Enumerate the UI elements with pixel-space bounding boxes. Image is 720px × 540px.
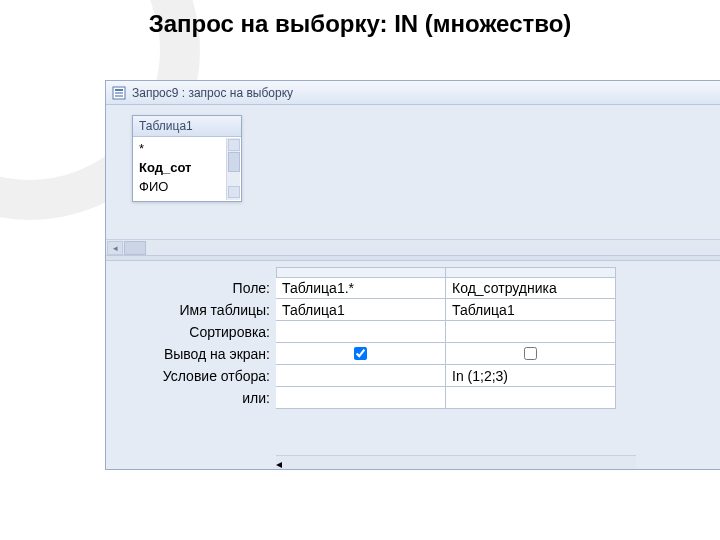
field-list-item[interactable]: * [133, 139, 241, 158]
table-source-header[interactable]: Таблица1 [133, 116, 241, 137]
row-label-table: Имя таблицы: [106, 299, 276, 321]
field-cell[interactable]: Код_сотрудника [446, 277, 616, 299]
scroll-up-icon[interactable] [228, 139, 240, 151]
scroll-left-icon[interactable]: ◂ [107, 241, 123, 255]
design-grid-hscroll[interactable]: ◂ [276, 455, 636, 470]
table-source-box[interactable]: Таблица1 * Код_сот ФИО [132, 115, 242, 202]
or-cell[interactable] [446, 387, 616, 409]
scroll-left-icon[interactable]: ◂ [276, 457, 282, 471]
query-design-window: Запрос9 : запрос на выборку Таблица1 * К… [105, 80, 720, 470]
query-icon [112, 86, 126, 100]
row-label-or: или: [106, 387, 276, 409]
window-title-text: Запрос9 : запрос на выборку [132, 86, 293, 100]
criteria-cell[interactable]: In (1;2;3) [446, 365, 616, 387]
scroll-thumb[interactable] [228, 152, 240, 172]
show-checkbox[interactable] [524, 347, 537, 360]
svg-rect-1 [115, 89, 123, 91]
svg-rect-2 [115, 92, 123, 94]
design-grid-pane: Поле: Таблица1.* Код_сотрудника Имя табл… [106, 261, 720, 470]
column-selector[interactable] [446, 267, 616, 277]
show-checkbox[interactable] [354, 347, 367, 360]
slide-title: Запрос на выборку: IN (множество) [0, 10, 720, 38]
design-grid: Поле: Таблица1.* Код_сотрудника Имя табл… [106, 267, 720, 409]
tables-pane-hscroll[interactable]: ◂ [106, 239, 720, 255]
tables-pane[interactable]: Таблица1 * Код_сот ФИО ◂ [106, 105, 720, 255]
criteria-cell[interactable] [276, 365, 446, 387]
row-label-field: Поле: [106, 277, 276, 299]
sort-cell[interactable] [276, 321, 446, 343]
sort-cell[interactable] [446, 321, 616, 343]
row-label-show: Вывод на экран: [106, 343, 276, 365]
or-cell[interactable] [276, 387, 446, 409]
window-titlebar[interactable]: Запрос9 : запрос на выборку [106, 81, 720, 105]
row-label-sort: Сортировка: [106, 321, 276, 343]
svg-rect-3 [115, 95, 123, 97]
table-cell[interactable]: Таблица1 [276, 299, 446, 321]
field-list-item[interactable]: Код_сот [133, 158, 241, 177]
field-cell[interactable]: Таблица1.* [276, 277, 446, 299]
field-list-scrollbar[interactable] [226, 138, 240, 200]
show-cell[interactable] [446, 343, 616, 365]
table-source-field-list[interactable]: * Код_сот ФИО [133, 137, 241, 201]
field-list-item[interactable]: ФИО [133, 177, 241, 196]
scroll-thumb[interactable] [124, 241, 146, 255]
table-cell[interactable]: Таблица1 [446, 299, 616, 321]
show-cell[interactable] [276, 343, 446, 365]
scroll-down-icon[interactable] [228, 186, 240, 198]
column-selector[interactable] [276, 267, 446, 277]
row-label-criteria: Условие отбора: [106, 365, 276, 387]
